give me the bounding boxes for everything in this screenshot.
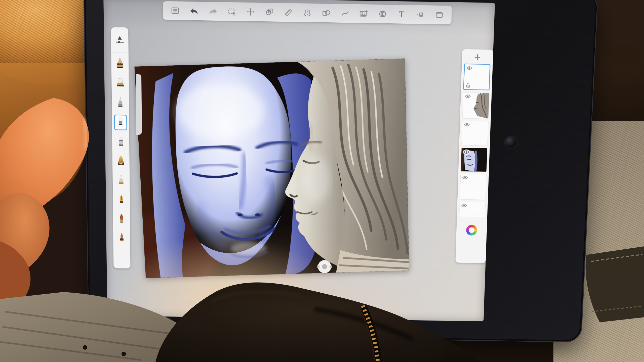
layer-tile-2-profile-sketch[interactable] bbox=[462, 92, 490, 119]
couch-fabric-left bbox=[0, 63, 91, 204]
photo-of-tablet-scene: T bbox=[0, 0, 644, 362]
brush-size-slider[interactable] bbox=[114, 33, 126, 48]
layer-tile-6-background[interactable] bbox=[459, 202, 486, 217]
profile-face-thumbnail bbox=[472, 93, 489, 119]
brush-sharp-pencil[interactable] bbox=[114, 96, 126, 110]
color-picker-puck[interactable] bbox=[466, 225, 477, 236]
front-camera bbox=[505, 137, 517, 148]
redo-arrow-icon[interactable] bbox=[208, 7, 218, 16]
list-menu-icon[interactable] bbox=[171, 6, 180, 16]
canvas-frame-icon[interactable] bbox=[434, 10, 444, 20]
brush-ink-nib[interactable] bbox=[115, 193, 127, 207]
app-screen[interactable]: T bbox=[103, 0, 495, 321]
reference-image-two-faces[interactable] bbox=[135, 59, 409, 278]
add-image-icon[interactable] bbox=[359, 9, 369, 19]
grid-globe-icon[interactable] bbox=[378, 9, 387, 19]
layer-tile-5-empty[interactable] bbox=[460, 174, 487, 200]
layer-tile-3-empty[interactable] bbox=[461, 121, 488, 146]
brush-panel bbox=[111, 27, 131, 268]
brush-round-brush[interactable] bbox=[116, 212, 127, 226]
panel-divider bbox=[111, 52, 129, 53]
curve-stroke-icon[interactable] bbox=[340, 9, 350, 18]
layer-tile-1-selected[interactable] bbox=[463, 64, 490, 90]
layer-visibility-eye-icon[interactable] bbox=[464, 123, 470, 127]
layers-panel: + bbox=[455, 49, 493, 263]
brush-chisel-marker[interactable] bbox=[115, 135, 127, 149]
layer-unlock-icon[interactable] bbox=[466, 83, 471, 88]
brush-white-airbrush[interactable] bbox=[115, 174, 127, 188]
brush-paintbrush-selected[interactable] bbox=[114, 115, 127, 130]
add-layer-button[interactable]: + bbox=[474, 50, 481, 64]
marquee-select-icon[interactable] bbox=[227, 7, 236, 16]
brush-panel-handle[interactable] bbox=[136, 74, 142, 135]
layer-visibility-eye-icon[interactable] bbox=[466, 66, 472, 70]
paint-bucket-icon[interactable] bbox=[265, 8, 274, 17]
undo-arrow-icon[interactable] bbox=[189, 6, 199, 16]
brush-brass-airbrush[interactable] bbox=[115, 154, 127, 168]
faint-circle bbox=[471, 204, 484, 216]
mini-layer-icon[interactable] bbox=[416, 10, 425, 19]
brush-flame-brush[interactable] bbox=[116, 232, 128, 245]
top-toolbar: T bbox=[163, 1, 452, 24]
move-arrows-icon[interactable] bbox=[246, 7, 255, 17]
brush-pencil[interactable] bbox=[114, 56, 126, 71]
text-tool-icon[interactable]: T bbox=[397, 10, 406, 19]
text-tool-glyph: T bbox=[399, 10, 404, 19]
layer-tile-4-reference-photo[interactable] bbox=[461, 148, 488, 172]
symmetry-icon[interactable] bbox=[303, 8, 312, 18]
layer-visibility-eye-icon[interactable] bbox=[465, 94, 471, 98]
tablet-device: T bbox=[83, 0, 598, 342]
brush-eraser-block[interactable] bbox=[114, 76, 126, 90]
ruler-icon[interactable] bbox=[284, 8, 293, 17]
layer-visibility-eye-icon[interactable] bbox=[462, 175, 468, 180]
square-circle-shapes-icon[interactable] bbox=[321, 8, 331, 18]
layer-visibility-eye-icon[interactable] bbox=[461, 203, 467, 208]
